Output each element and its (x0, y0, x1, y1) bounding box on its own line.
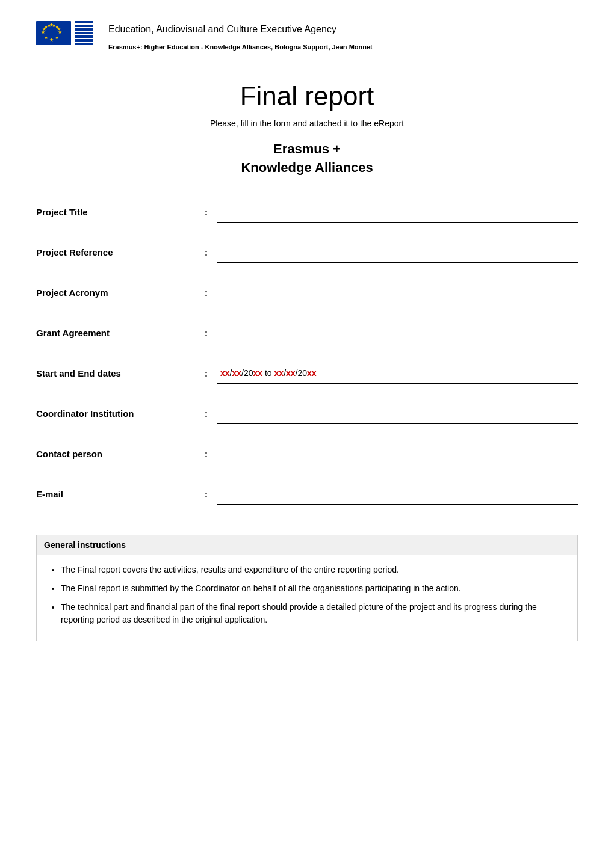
input-project-title[interactable] (217, 201, 578, 223)
eu-logo: ★ ★ ★ ★ ★ ★ ★ ★ ★ ★ ★ ★ (36, 18, 96, 63)
input-project-reference[interactable] (217, 241, 578, 263)
label-grant-agreement: Grant Agreement (36, 328, 205, 338)
dates-xx4: xx (274, 368, 284, 378)
svg-text:★: ★ (55, 35, 59, 40)
colon-email: : (205, 489, 217, 499)
svg-rect-19 (75, 43, 93, 45)
title-section: Final report Please, fill in the form an… (36, 81, 578, 177)
form-row-start-end-dates: Start and End dates : xx/xx/20xx to xx/x… (36, 357, 578, 390)
label-contact-person: Contact person (36, 449, 205, 459)
svg-text:★: ★ (44, 35, 48, 40)
subtitle: Please, fill in the form and attached it… (36, 119, 578, 128)
colon-grant-agreement: : (205, 328, 217, 338)
label-project-reference: Project Reference (36, 247, 205, 257)
colon-project-title: : (205, 207, 217, 217)
label-project-title: Project Title (36, 207, 205, 217)
form-row-contact-person: Contact person : (36, 437, 578, 470)
colon-project-acronym: : (205, 288, 217, 298)
dates-text-display: xx/xx/20xx to xx/xx/20xx (217, 362, 578, 384)
form-row-project-reference: Project Reference : (36, 236, 578, 269)
form-row-email: E-mail : (36, 478, 578, 511)
input-project-acronym[interactable] (217, 282, 578, 303)
label-project-acronym: Project Acronym (36, 288, 205, 298)
label-email: E-mail (36, 489, 205, 499)
colon-coordinator-institution: : (205, 408, 217, 419)
label-coordinator-institution: Coordinator Institution (36, 408, 205, 419)
agency-name: Education, Audiovisual and Culture Execu… (108, 24, 373, 35)
page: ★ ★ ★ ★ ★ ★ ★ ★ ★ ★ ★ ★ (0, 0, 614, 868)
svg-rect-15 (75, 28, 93, 31)
dates-slash2: /20 (241, 368, 253, 378)
colon-contact-person: : (205, 449, 217, 459)
svg-text:★: ★ (42, 26, 46, 32)
instruction-item-2: The Final report is submitted by the Coo… (61, 582, 568, 595)
instructions-body: The Final report covers the activities, … (37, 555, 577, 641)
form-row-grant-agreement: Grant Agreement : (36, 316, 578, 349)
dates-xx6: xx (307, 368, 317, 378)
colon-start-end-dates: : (205, 368, 217, 378)
instructions-section: General instructions The Final report co… (36, 535, 578, 641)
svg-rect-16 (75, 32, 93, 34)
label-start-end-dates: Start and End dates (36, 368, 205, 378)
form-row-project-acronym: Project Acronym : (36, 276, 578, 309)
instructions-list: The Final report covers the activities, … (46, 564, 568, 626)
dates-to: to (262, 368, 274, 378)
instruction-item-3: The technical part and financial part of… (61, 601, 568, 626)
dates-xx1: xx (220, 368, 230, 378)
instructions-header: General instructions (37, 535, 577, 555)
logo-container: ★ ★ ★ ★ ★ ★ ★ ★ ★ ★ ★ ★ (36, 18, 96, 63)
dates-xx2: xx (232, 368, 241, 378)
header-text: Education, Audiovisual and Culture Execu… (108, 18, 373, 51)
svg-rect-18 (75, 39, 93, 42)
main-title: Final report (36, 81, 578, 111)
svg-text:★: ★ (57, 26, 61, 32)
svg-text:★: ★ (47, 23, 51, 28)
svg-text:★: ★ (49, 37, 54, 43)
instruction-item-1: The Final report covers the activities, … (61, 564, 568, 576)
svg-text:★: ★ (52, 23, 56, 28)
form-row-coordinator-institution: Coordinator Institution : (36, 397, 578, 430)
svg-rect-13 (75, 21, 93, 23)
input-email[interactable] (217, 483, 578, 505)
sub-agency: Erasmus+: Higher Education - Knowledge A… (108, 43, 373, 51)
input-grant-agreement[interactable] (217, 322, 578, 343)
dates-xx5: xx (286, 368, 296, 378)
input-contact-person[interactable] (217, 443, 578, 464)
colon-project-reference: : (205, 247, 217, 257)
header: ★ ★ ★ ★ ★ ★ ★ ★ ★ ★ ★ ★ (36, 18, 578, 63)
dates-xx3: xx (253, 368, 263, 378)
dates-slash4: /20 (296, 368, 307, 378)
form-row-project-title: Project Title : (36, 195, 578, 229)
program-title: Erasmus + Knowledge Alliances (36, 140, 578, 177)
input-coordinator-institution[interactable] (217, 402, 578, 424)
svg-rect-17 (75, 35, 93, 38)
form-section: Project Title : Project Reference : Proj… (36, 195, 578, 511)
svg-rect-14 (75, 25, 93, 27)
